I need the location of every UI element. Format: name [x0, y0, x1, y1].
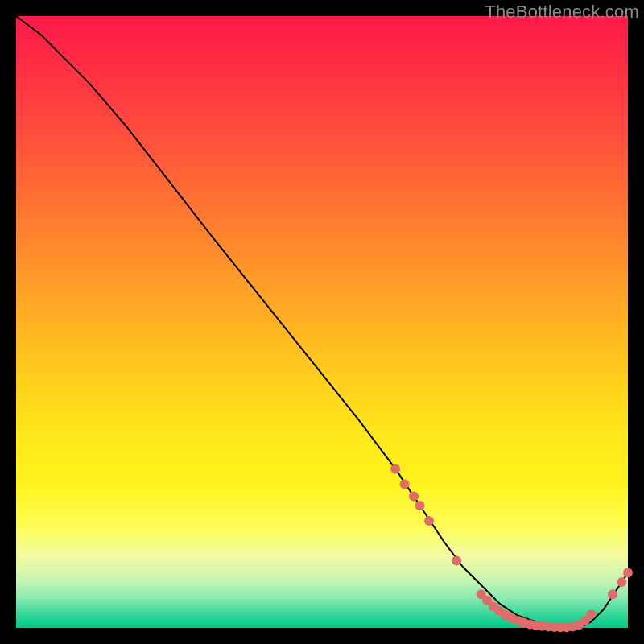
- scatter-dot: [617, 577, 626, 587]
- scatter-dot: [409, 492, 419, 502]
- watermark-text: TheBottleneck.com: [485, 2, 639, 23]
- scatter-dot: [608, 589, 617, 599]
- chart-stage: TheBottleneck.com: [0, 0, 644, 644]
- scatter-dot: [452, 555, 461, 565]
- scatter-group: [390, 464, 633, 632]
- chart-overlay: [16, 16, 628, 628]
- scatter-dot: [623, 568, 633, 578]
- scatter-dot: [586, 609, 596, 619]
- scatter-dot: [415, 501, 425, 510]
- scatter-dot: [424, 516, 434, 526]
- scatter-dot: [400, 479, 410, 489]
- scatter-dot: [390, 464, 400, 473]
- plot-area: [16, 16, 628, 628]
- bottleneck-curve: [16, 16, 628, 628]
